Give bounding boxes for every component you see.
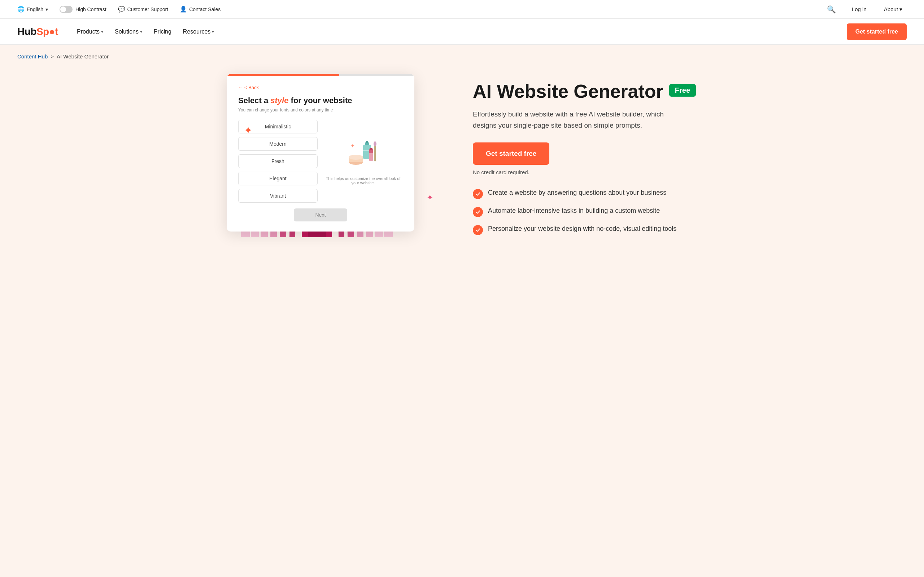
sparkle-decoration-2: ✦ xyxy=(426,193,433,202)
language-label: English xyxy=(27,6,43,12)
contact-icon: 👤 xyxy=(180,6,187,13)
style-option-label: Modern xyxy=(269,141,286,147)
feature-text-3: Personalize your website design with no-… xyxy=(488,224,677,233)
logo-spot: Sp●t xyxy=(36,26,58,37)
hero-right: AI Website Generator Free Effortlessly b… xyxy=(473,74,697,235)
card-illustration-caption: This helps us customize the overall look… xyxy=(323,176,403,185)
card-subtitle: You can change your fonts and colors at … xyxy=(238,108,403,113)
style-option-label: Fresh xyxy=(271,158,284,164)
toggle-switch[interactable] xyxy=(60,6,73,13)
style-option-modern[interactable]: Modern xyxy=(238,137,318,151)
feature-check-2 xyxy=(473,207,483,217)
feature-check-3 xyxy=(473,225,483,235)
card-next-button[interactable]: Next xyxy=(294,208,347,221)
checkmark-icon-1 xyxy=(475,192,480,197)
customer-support-label: Customer Support xyxy=(128,6,168,12)
svg-rect-7 xyxy=(369,153,373,161)
no-credit-card-text: No credit card required. xyxy=(473,169,697,175)
high-contrast-toggle[interactable]: High Contrast xyxy=(60,6,107,13)
back-label: < Back xyxy=(244,85,259,90)
card-title: Select a style for your website xyxy=(238,96,403,105)
product-title: AI Website Generator xyxy=(473,81,663,102)
style-option-label: Elegant xyxy=(269,176,286,181)
solutions-label: Solutions xyxy=(115,29,139,35)
product-title-row: AI Website Generator Free xyxy=(473,81,697,102)
card-back-link[interactable]: ← < Back xyxy=(238,85,403,90)
checkmark-icon-3 xyxy=(475,227,480,233)
toggle-knob xyxy=(60,6,66,12)
hero-section: Content Hub > AI Website Generator ✦ ← <… xyxy=(0,45,924,577)
resources-nav-link[interactable]: Resources ▾ xyxy=(179,26,218,38)
contact-sales-label: Contact Sales xyxy=(189,6,221,12)
svg-rect-2 xyxy=(366,141,368,143)
hero-cta-button[interactable]: Get started free xyxy=(473,142,549,165)
card-title-highlight: style xyxy=(270,96,288,105)
resources-chevron: ▾ xyxy=(212,29,214,34)
hero-content: ✦ ← < Back Select a style for your websi… xyxy=(209,60,715,257)
feature-item-1: Create a website by answering questions … xyxy=(473,188,697,199)
hero-left: ✦ ← < Back Select a style for your websi… xyxy=(227,74,451,235)
style-option-label: Vibrant xyxy=(270,193,286,199)
main-navigation: HubSp●t Products ▾ Solutions ▾ Pricing R… xyxy=(0,19,924,45)
cosmetics-svg: ✦ xyxy=(343,137,383,174)
login-button[interactable]: Log in xyxy=(848,3,871,15)
breadcrumb-current: AI Website Generator xyxy=(57,53,109,60)
back-arrow: ← xyxy=(238,85,243,90)
free-badge: Free xyxy=(669,84,696,97)
language-chevron: ▾ xyxy=(45,6,48,12)
logo-text: HubSp●t xyxy=(17,26,58,37)
nav-left: HubSp●t Products ▾ Solutions ▾ Pricing R… xyxy=(17,26,218,38)
ui-card-body: ← < Back Select a style for your website… xyxy=(227,76,414,232)
language-icon: 🌐 xyxy=(17,6,24,13)
products-label: Products xyxy=(77,29,100,35)
search-button[interactable]: 🔍 xyxy=(824,2,839,16)
svg-point-11 xyxy=(373,141,376,147)
card-illustration: ✦ This helps us customize the overall lo… xyxy=(323,120,403,203)
high-contrast-label: High Contrast xyxy=(76,6,107,12)
pricing-nav-link[interactable]: Pricing xyxy=(149,26,176,38)
language-selector[interactable]: 🌐 English ▾ xyxy=(17,6,48,13)
feature-text-2: Automate labor-intensive tasks in buildi… xyxy=(488,206,660,215)
products-chevron: ▾ xyxy=(101,29,103,34)
utility-right: 🔍 Log in About ▾ xyxy=(824,2,907,16)
support-icon: 💬 xyxy=(118,6,125,13)
product-description: Effortlessly build a website with a free… xyxy=(473,109,675,131)
nav-links: Products ▾ Solutions ▾ Pricing Resources… xyxy=(73,26,218,38)
svg-text:✦: ✦ xyxy=(351,143,355,148)
style-option-label: Minimalistic xyxy=(265,124,291,129)
products-nav-link[interactable]: Products ▾ xyxy=(73,26,108,38)
breadcrumb-parent-link[interactable]: Content Hub xyxy=(17,53,48,60)
about-chevron: ▾ xyxy=(900,6,902,13)
feature-item-2: Automate labor-intensive tasks in buildi… xyxy=(473,206,697,217)
sparkle-decoration-1: ✦ xyxy=(244,124,252,136)
customer-support-link[interactable]: 💬 Customer Support xyxy=(118,6,168,13)
svg-rect-9 xyxy=(370,148,373,150)
solutions-nav-link[interactable]: Solutions ▾ xyxy=(110,26,147,38)
utility-left: 🌐 English ▾ High Contrast 💬 Customer Sup… xyxy=(17,6,221,13)
about-nav[interactable]: About ▾ xyxy=(880,3,907,16)
feature-item-3: Personalize your website design with no-… xyxy=(473,224,697,235)
style-option-vibrant[interactable]: Vibrant xyxy=(238,189,318,203)
checkmark-icon-2 xyxy=(475,210,480,214)
style-option-fresh[interactable]: Fresh xyxy=(238,154,318,168)
breadcrumb-separator: > xyxy=(50,53,54,60)
get-started-nav-button[interactable]: Get started free xyxy=(847,23,907,40)
ui-style-card: ← < Back Select a style for your website… xyxy=(227,74,414,232)
hubspot-logo[interactable]: HubSp●t xyxy=(17,26,58,37)
svg-point-6 xyxy=(349,155,363,160)
card-title-suffix: for your website xyxy=(288,96,352,105)
nav-right: Get started free xyxy=(847,23,907,40)
style-layout: Minimalistic Modern Fresh Elegant xyxy=(238,120,403,203)
about-label: About xyxy=(884,6,898,12)
search-icon: 🔍 xyxy=(827,5,836,13)
resources-label: Resources xyxy=(183,29,210,35)
feature-check-1 xyxy=(473,189,483,199)
feature-text-1: Create a website by answering questions … xyxy=(488,188,666,197)
utility-bar: 🌐 English ▾ High Contrast 💬 Customer Sup… xyxy=(0,0,924,19)
contact-sales-link[interactable]: 👤 Contact Sales xyxy=(180,6,221,13)
card-title-prefix: Select a xyxy=(238,96,270,105)
style-option-elegant[interactable]: Elegant xyxy=(238,172,318,185)
feature-list: Create a website by answering questions … xyxy=(473,188,697,235)
pricing-label: Pricing xyxy=(154,29,171,35)
solutions-chevron: ▾ xyxy=(140,29,142,34)
